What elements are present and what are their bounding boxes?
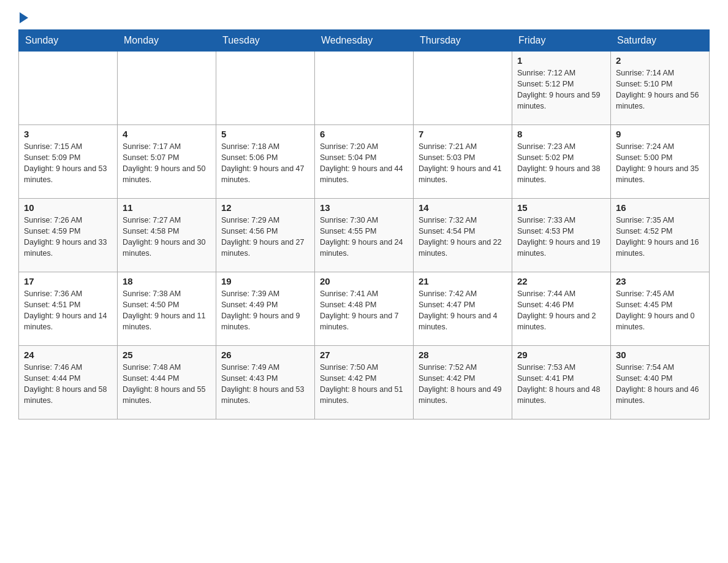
- day-info: Sunrise: 7:48 AMSunset: 4:44 PMDaylight:…: [123, 362, 211, 407]
- day-number: 22: [517, 276, 605, 286]
- day-info: Sunrise: 7:54 AMSunset: 4:40 PMDaylight:…: [616, 362, 704, 407]
- calendar-cell: 16Sunrise: 7:35 AMSunset: 4:52 PMDayligh…: [611, 199, 710, 272]
- calendar-cell: 5Sunrise: 7:18 AMSunset: 5:06 PMDaylight…: [216, 125, 315, 199]
- calendar-cell: 20Sunrise: 7:41 AMSunset: 4:48 PMDayligh…: [315, 272, 414, 346]
- day-info: Sunrise: 7:29 AMSunset: 4:56 PMDaylight:…: [221, 215, 309, 259]
- day-number: 29: [517, 350, 605, 360]
- day-info: Sunrise: 7:36 AMSunset: 4:51 PMDaylight:…: [24, 288, 112, 333]
- day-info: Sunrise: 7:32 AMSunset: 4:54 PMDaylight:…: [419, 215, 507, 259]
- calendar-cell: 23Sunrise: 7:45 AMSunset: 4:45 PMDayligh…: [611, 272, 710, 346]
- calendar-cell: 1Sunrise: 7:12 AMSunset: 5:12 PMDaylight…: [512, 52, 611, 125]
- day-info: Sunrise: 7:26 AMSunset: 4:59 PMDaylight:…: [24, 215, 112, 259]
- day-number: 18: [123, 276, 211, 286]
- day-number: 10: [24, 202, 112, 213]
- calendar-cell: 24Sunrise: 7:46 AMSunset: 4:44 PMDayligh…: [19, 346, 118, 419]
- day-number: 3: [24, 129, 112, 139]
- calendar-cell: 8Sunrise: 7:23 AMSunset: 5:02 PMDaylight…: [512, 125, 611, 199]
- day-info: Sunrise: 7:49 AMSunset: 4:43 PMDaylight:…: [221, 362, 309, 407]
- day-info: Sunrise: 7:50 AMSunset: 4:42 PMDaylight:…: [320, 362, 408, 407]
- day-info: Sunrise: 7:23 AMSunset: 5:02 PMDaylight:…: [517, 141, 605, 186]
- calendar-cell: 27Sunrise: 7:50 AMSunset: 4:42 PMDayligh…: [315, 346, 414, 419]
- calendar-header-row: SundayMondayTuesdayWednesdayThursdayFrid…: [19, 30, 710, 52]
- calendar-cell: 15Sunrise: 7:33 AMSunset: 4:53 PMDayligh…: [512, 199, 611, 272]
- day-info: Sunrise: 7:18 AMSunset: 5:06 PMDaylight:…: [221, 141, 309, 186]
- day-info: Sunrise: 7:20 AMSunset: 5:04 PMDaylight:…: [320, 141, 408, 186]
- calendar-cell: [19, 52, 118, 125]
- calendar-cell: [216, 52, 315, 125]
- day-number: 1: [517, 55, 605, 66]
- day-info: Sunrise: 7:27 AMSunset: 4:58 PMDaylight:…: [123, 215, 211, 259]
- day-number: 8: [517, 129, 605, 139]
- calendar-cell: 2Sunrise: 7:14 AMSunset: 5:10 PMDaylight…: [611, 52, 710, 125]
- calendar-cell: 29Sunrise: 7:53 AMSunset: 4:41 PMDayligh…: [512, 346, 611, 419]
- day-info: Sunrise: 7:46 AMSunset: 4:44 PMDaylight:…: [24, 362, 112, 407]
- day-info: Sunrise: 7:38 AMSunset: 4:50 PMDaylight:…: [123, 288, 211, 333]
- calendar-cell: 17Sunrise: 7:36 AMSunset: 4:51 PMDayligh…: [19, 272, 118, 346]
- calendar-cell: 25Sunrise: 7:48 AMSunset: 4:44 PMDayligh…: [118, 346, 216, 419]
- day-number: 11: [123, 202, 211, 213]
- calendar-cell: 21Sunrise: 7:42 AMSunset: 4:47 PMDayligh…: [414, 272, 512, 346]
- calendar-table: SundayMondayTuesdayWednesdayThursdayFrid…: [18, 29, 710, 419]
- day-number: 20: [320, 276, 408, 286]
- day-number: 19: [221, 276, 309, 286]
- day-info: Sunrise: 7:52 AMSunset: 4:42 PMDaylight:…: [419, 362, 507, 407]
- calendar-cell: 30Sunrise: 7:54 AMSunset: 4:40 PMDayligh…: [611, 346, 710, 419]
- calendar-week-row: 10Sunrise: 7:26 AMSunset: 4:59 PMDayligh…: [19, 199, 710, 272]
- calendar-cell: 3Sunrise: 7:15 AMSunset: 5:09 PMDaylight…: [19, 125, 118, 199]
- calendar-week-row: 24Sunrise: 7:46 AMSunset: 4:44 PMDayligh…: [19, 346, 710, 419]
- day-number: 24: [24, 350, 112, 360]
- day-info: Sunrise: 7:45 AMSunset: 4:45 PMDaylight:…: [616, 288, 704, 333]
- day-info: Sunrise: 7:41 AMSunset: 4:48 PMDaylight:…: [320, 288, 408, 333]
- day-info: Sunrise: 7:21 AMSunset: 5:03 PMDaylight:…: [419, 141, 507, 186]
- day-info: Sunrise: 7:30 AMSunset: 4:55 PMDaylight:…: [320, 215, 408, 259]
- calendar-cell: 13Sunrise: 7:30 AMSunset: 4:55 PMDayligh…: [315, 199, 414, 272]
- page-header: [18, 12, 710, 23]
- day-number: 30: [616, 350, 704, 360]
- col-header-thursday: Thursday: [414, 30, 512, 52]
- day-number: 13: [320, 202, 408, 213]
- day-info: Sunrise: 7:15 AMSunset: 5:09 PMDaylight:…: [24, 141, 112, 186]
- col-header-monday: Monday: [118, 30, 216, 52]
- day-info: Sunrise: 7:14 AMSunset: 5:10 PMDaylight:…: [616, 67, 704, 112]
- logo: [18, 12, 28, 23]
- col-header-saturday: Saturday: [611, 30, 710, 52]
- day-number: 5: [221, 129, 309, 139]
- day-info: Sunrise: 7:12 AMSunset: 5:12 PMDaylight:…: [517, 67, 605, 112]
- logo-arrow-icon: [20, 12, 28, 23]
- day-number: 28: [419, 350, 507, 360]
- calendar-cell: 7Sunrise: 7:21 AMSunset: 5:03 PMDaylight…: [414, 125, 512, 199]
- day-number: 4: [123, 129, 211, 139]
- calendar-cell: 14Sunrise: 7:32 AMSunset: 4:54 PMDayligh…: [414, 199, 512, 272]
- calendar-cell: 19Sunrise: 7:39 AMSunset: 4:49 PMDayligh…: [216, 272, 315, 346]
- calendar-cell: 9Sunrise: 7:24 AMSunset: 5:00 PMDaylight…: [611, 125, 710, 199]
- day-info: Sunrise: 7:42 AMSunset: 4:47 PMDaylight:…: [419, 288, 507, 333]
- calendar-cell: 18Sunrise: 7:38 AMSunset: 4:50 PMDayligh…: [118, 272, 216, 346]
- day-number: 7: [419, 129, 507, 139]
- day-number: 6: [320, 129, 408, 139]
- col-header-tuesday: Tuesday: [216, 30, 315, 52]
- calendar-cell: [414, 52, 512, 125]
- calendar-cell: [315, 52, 414, 125]
- day-info: Sunrise: 7:39 AMSunset: 4:49 PMDaylight:…: [221, 288, 309, 333]
- col-header-wednesday: Wednesday: [315, 30, 414, 52]
- col-header-sunday: Sunday: [19, 30, 118, 52]
- calendar-week-row: 17Sunrise: 7:36 AMSunset: 4:51 PMDayligh…: [19, 272, 710, 346]
- day-number: 16: [616, 202, 704, 213]
- day-number: 27: [320, 350, 408, 360]
- calendar-cell: 11Sunrise: 7:27 AMSunset: 4:58 PMDayligh…: [118, 199, 216, 272]
- day-number: 14: [419, 202, 507, 213]
- calendar-week-row: 1Sunrise: 7:12 AMSunset: 5:12 PMDaylight…: [19, 52, 710, 125]
- day-number: 17: [24, 276, 112, 286]
- day-number: 21: [419, 276, 507, 286]
- day-number: 9: [616, 129, 704, 139]
- col-header-friday: Friday: [512, 30, 611, 52]
- calendar-week-row: 3Sunrise: 7:15 AMSunset: 5:09 PMDaylight…: [19, 125, 710, 199]
- day-number: 12: [221, 202, 309, 213]
- day-info: Sunrise: 7:44 AMSunset: 4:46 PMDaylight:…: [517, 288, 605, 333]
- calendar-cell: 28Sunrise: 7:52 AMSunset: 4:42 PMDayligh…: [414, 346, 512, 419]
- calendar-cell: 6Sunrise: 7:20 AMSunset: 5:04 PMDaylight…: [315, 125, 414, 199]
- day-info: Sunrise: 7:17 AMSunset: 5:07 PMDaylight:…: [123, 141, 211, 186]
- day-info: Sunrise: 7:35 AMSunset: 4:52 PMDaylight:…: [616, 215, 704, 259]
- day-info: Sunrise: 7:24 AMSunset: 5:00 PMDaylight:…: [616, 141, 704, 186]
- day-info: Sunrise: 7:53 AMSunset: 4:41 PMDaylight:…: [517, 362, 605, 407]
